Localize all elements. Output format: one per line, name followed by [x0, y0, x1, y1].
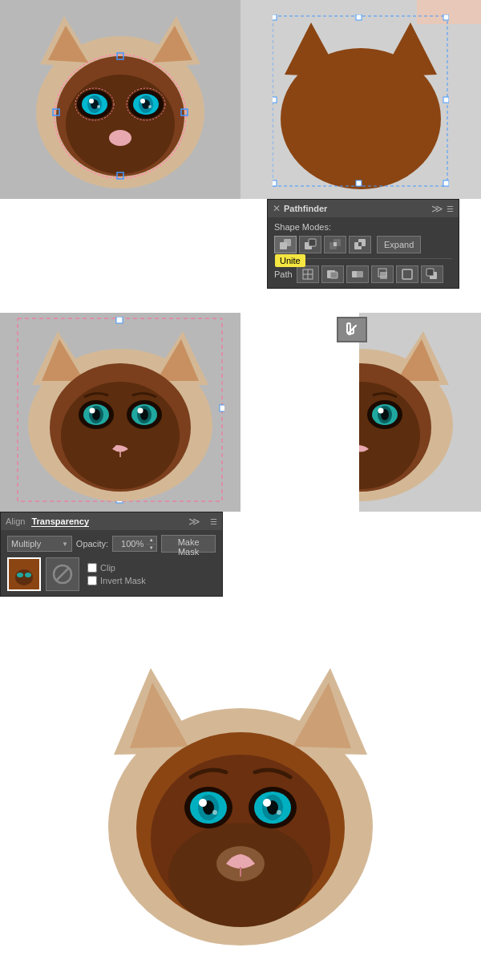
- bottom-section: [0, 626, 481, 980]
- merge-icon: [351, 268, 364, 281]
- pathfinder-panel: ✕ Pathfinder ≫ ☰ Shape Modes: Unite: [267, 199, 459, 289]
- shape-modes-row: Unite: [274, 236, 452, 253]
- trans-expand-icon[interactable]: ≫: [188, 515, 200, 528]
- opacity-input-group: ▲ ▼: [112, 536, 157, 552]
- transparency-panel: Align Transparency ≫ ☰ Multiply ▼ Opacit…: [0, 512, 223, 597]
- trim-button[interactable]: [321, 265, 344, 283]
- svg-point-71: [61, 382, 180, 489]
- unite-tooltip: Unite: [275, 254, 305, 267]
- final-cat-svg: [96, 650, 385, 955]
- svg-line-107: [56, 568, 69, 581]
- exclude-button[interactable]: [349, 236, 371, 253]
- svg-point-103: [15, 569, 33, 585]
- mask-thumbnail[interactable]: [46, 557, 79, 591]
- svg-rect-58: [402, 269, 412, 279]
- opacity-stepper[interactable]: ▲ ▼: [146, 536, 157, 552]
- svg-rect-53: [330, 272, 338, 278]
- layer-thumbnail[interactable]: [7, 557, 41, 591]
- svg-point-99: [378, 408, 384, 414]
- intersect-button[interactable]: [324, 236, 346, 253]
- middle-left-area: [0, 313, 240, 512]
- top-right-cat-svg: [273, 14, 449, 191]
- blend-mode-dropdown[interactable]: Multiply ▼: [7, 536, 72, 552]
- svg-point-18: [148, 105, 152, 108]
- top-left-cat-area: [0, 0, 240, 199]
- crop-button[interactable]: [371, 265, 394, 283]
- pathfinder-body: Shape Modes: Unite: [268, 217, 459, 288]
- divide-button[interactable]: [297, 265, 319, 283]
- svg-point-105: [25, 573, 31, 577]
- svg-marker-102: [27, 563, 35, 571]
- svg-rect-42: [309, 239, 316, 246]
- svg-rect-60: [426, 269, 434, 276]
- svg-rect-34: [443, 180, 449, 186]
- svg-rect-35: [356, 14, 362, 20]
- transparency-panel-header: Align Transparency ≫ ☰: [1, 512, 222, 530]
- middle-right-area: [240, 313, 481, 512]
- svg-rect-32: [443, 14, 449, 20]
- outline-button[interactable]: [396, 265, 418, 283]
- opacity-input[interactable]: [112, 536, 146, 552]
- thumbnail-row: Clip Invert Mask: [7, 557, 216, 591]
- clip-icon: [344, 322, 360, 338]
- pathfinders-row: Path: [274, 265, 452, 283]
- svg-point-17: [140, 99, 145, 103]
- invert-mask-checkbox-label[interactable]: Invert Mask: [87, 576, 146, 585]
- svg-rect-55: [357, 271, 363, 277]
- intersect-icon: [329, 238, 342, 251]
- trans-menu-icon[interactable]: ☰: [210, 517, 217, 526]
- panel-menu-icon[interactable]: ☰: [447, 205, 454, 213]
- svg-rect-48: [358, 242, 362, 246]
- trim-icon: [326, 268, 339, 281]
- panel-expand-icon[interactable]: ≫: [431, 202, 443, 215]
- svg-marker-101: [13, 563, 21, 571]
- outline-icon: [401, 268, 414, 281]
- svg-rect-37: [273, 97, 277, 103]
- minus-front-icon: [304, 238, 317, 251]
- middle-left-cat-svg: [16, 317, 224, 505]
- pathfinder-title: Pathfinder: [284, 204, 428, 213]
- pathfinder-panel-header: ✕ Pathfinder ≫ ☰: [268, 200, 459, 217]
- svg-point-81: [138, 408, 143, 414]
- clip-icon-box: [337, 317, 367, 342]
- svg-rect-45: [333, 242, 337, 246]
- expand-button[interactable]: Expand: [377, 236, 421, 253]
- svg-rect-40: [284, 239, 291, 246]
- clip-checkbox-label[interactable]: Clip: [87, 563, 146, 573]
- top-section: [0, 0, 481, 199]
- transparency-tab[interactable]: Transparency: [31, 516, 89, 527]
- top-left-cat-svg: [24, 8, 216, 192]
- minus-front-button[interactable]: [299, 236, 321, 253]
- svg-rect-36: [356, 180, 362, 186]
- make-mask-button[interactable]: Make Mask: [161, 535, 216, 553]
- svg-point-19: [109, 130, 131, 146]
- invert-mask-checkbox[interactable]: [87, 576, 97, 585]
- svg-rect-57: [380, 272, 387, 279]
- svg-point-127: [277, 810, 281, 815]
- minus-back-button[interactable]: [421, 265, 443, 283]
- blend-dropdown-arrow: ▼: [62, 541, 68, 548]
- svg-point-76: [90, 408, 95, 414]
- mask-thumb-icon: [51, 563, 74, 585]
- checkbox-group: Clip Invert Mask: [87, 563, 146, 585]
- unite-button[interactable]: Unite: [274, 236, 297, 253]
- panel-close-icon[interactable]: ✕: [273, 203, 281, 214]
- merge-button[interactable]: [346, 265, 369, 283]
- svg-rect-63: [220, 405, 224, 411]
- svg-rect-62: [116, 317, 123, 323]
- unite-icon: [279, 238, 292, 251]
- svg-point-6: [66, 75, 175, 174]
- svg-rect-33: [273, 180, 277, 186]
- svg-rect-38: [443, 97, 449, 103]
- exclude-icon: [354, 238, 366, 251]
- svg-point-120: [199, 799, 207, 807]
- svg-point-126: [263, 799, 271, 807]
- clip-checkbox[interactable]: [87, 563, 97, 573]
- svg-point-121: [212, 810, 217, 815]
- svg-point-12: [97, 105, 100, 108]
- svg-marker-28: [285, 22, 341, 77]
- align-tab[interactable]: Align: [6, 516, 25, 526]
- svg-point-104: [17, 573, 23, 577]
- minus-back-icon: [426, 268, 439, 281]
- crop-icon: [376, 268, 389, 281]
